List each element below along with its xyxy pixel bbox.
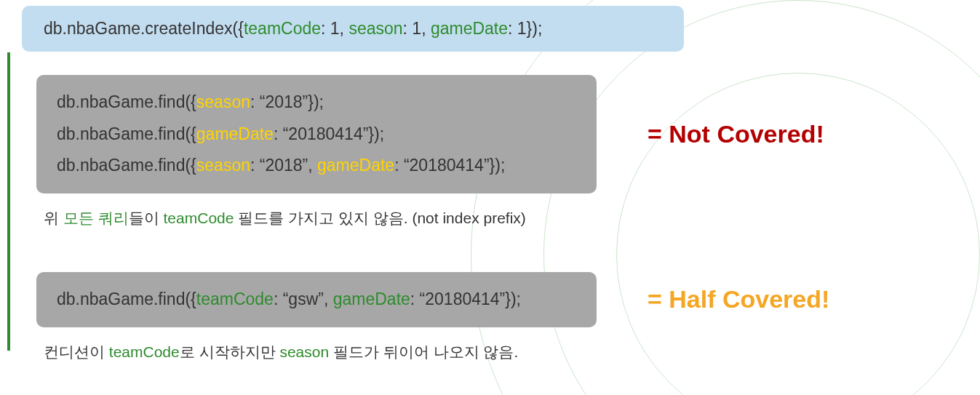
code-line: db.nbaGame.find({season: “2018”}); [57, 87, 576, 119]
code-text: : 1, [321, 19, 348, 38]
vertical-accent-bar [7, 52, 10, 351]
code-text: db.nbaGame.find({ [57, 124, 196, 143]
field-gamedate: gameDate [431, 19, 508, 38]
not-covered-label: = Not Covered! [648, 120, 824, 148]
caption-text: 로 시작하지만 [180, 343, 280, 360]
code-line: db.nbaGame.find({season: “2018”, gameDat… [57, 150, 576, 182]
field-gamedate: gameDate [317, 156, 394, 175]
caption-highlight: season [279, 343, 329, 360]
code-text: db.nbaGame.find({ [57, 156, 196, 175]
half-covered-row: db.nbaGame.find({teamCode: “gsw”, gameDa… [36, 272, 951, 327]
half-covered-code-block: db.nbaGame.find({teamCode: “gsw”, gameDa… [36, 272, 597, 327]
code-text: : “2018”, [250, 156, 317, 175]
half-covered-label: = Half Covered! [648, 285, 829, 314]
caption-highlight: 모든 쿼리 [63, 210, 129, 226]
code-text: db.nbaGame.find({ [57, 92, 196, 111]
code-text: : 1, [403, 19, 431, 38]
code-text: : “20180414”}); [410, 290, 521, 308]
code-text: : 1}); [508, 19, 542, 38]
field-teamcode: teamCode [244, 19, 321, 38]
create-index-code-block: db.nbaGame.createIndex({teamCode: 1, sea… [22, 6, 684, 52]
code-text: : “20180414”}); [394, 156, 505, 175]
caption-text: 필드를 가지고 있지 않음. (not index prefix) [234, 210, 525, 226]
caption-text: 컨디션이 [44, 343, 109, 360]
slide-content: db.nbaGame.createIndex({teamCode: 1, sea… [0, 0, 980, 362]
field-season: season [348, 19, 402, 38]
field-gamedate: gameDate [333, 290, 410, 308]
caption-highlight: teamCode [109, 343, 180, 360]
not-covered-row: db.nbaGame.find({season: “2018”}); db.nb… [36, 75, 951, 193]
field-gamedate: gameDate [196, 124, 274, 143]
caption-text: 필드가 뒤이어 나오지 않음. [329, 343, 518, 360]
not-covered-caption: 위 모든 쿼리들이 teamCode 필드를 가지고 있지 않음. (not i… [44, 208, 951, 228]
field-season: season [196, 156, 250, 175]
field-season: season [196, 92, 250, 111]
caption-text: 들이 [129, 210, 164, 226]
caption-text: 위 [44, 210, 63, 226]
code-text: db.nbaGame.find({ [57, 290, 196, 308]
code-text: : “20180414”}); [274, 124, 384, 143]
half-covered-caption: 컨디션이 teamCode로 시작하지만 season 필드가 뒤이어 나오지 … [44, 342, 951, 362]
caption-highlight: teamCode [164, 210, 234, 226]
code-line: db.nbaGame.find({gameDate: “20180414”}); [57, 119, 576, 151]
field-teamcode: teamCode [196, 290, 274, 308]
code-text: : “2018”}); [250, 92, 324, 111]
code-text: db.nbaGame.createIndex({ [44, 19, 244, 38]
code-text: : “gsw”, [274, 290, 333, 308]
not-covered-code-block: db.nbaGame.find({season: “2018”}); db.nb… [36, 75, 597, 193]
